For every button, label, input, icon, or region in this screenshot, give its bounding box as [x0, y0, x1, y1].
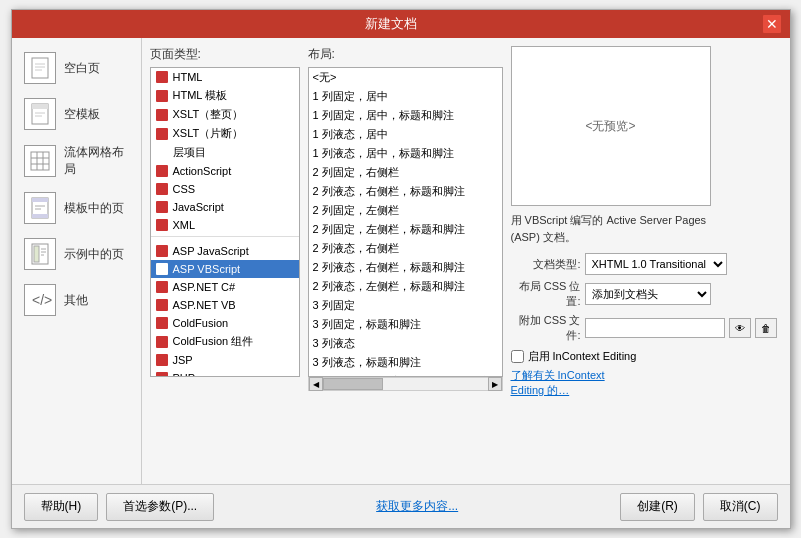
no-preview-text: <无预览>: [585, 118, 635, 135]
page-in-template-label: 模板中的页: [64, 200, 124, 217]
left-item-page-in-template[interactable]: 模板中的页: [16, 186, 137, 230]
blank-template-label: 空模板: [64, 106, 100, 123]
doc-type-select[interactable]: XHTML 1.0 Transitional: [585, 253, 727, 275]
layer-icon: [155, 146, 169, 160]
bottom-right: 创建(R) 取消(C): [620, 493, 777, 521]
list-item-css[interactable]: CSS: [151, 180, 299, 198]
xslt-full-icon: [155, 108, 169, 122]
layout-item-6[interactable]: 2 列液态，右侧栏，标题和脚注: [309, 182, 502, 201]
incontext-checkbox[interactable]: [511, 350, 524, 363]
list-item-xml[interactable]: XML: [151, 216, 299, 234]
lists-row: 页面类型: HTML HTML 模板 XSLT（整页）: [150, 46, 782, 476]
layout-item-none[interactable]: <无>: [309, 68, 502, 87]
left-item-blank-template[interactable]: 空模板: [16, 92, 137, 136]
dialog-body: 空白页 空模板: [12, 38, 790, 484]
layout-label: 布局:: [308, 46, 503, 63]
cancel-button[interactable]: 取消(C): [703, 493, 778, 521]
layout-item-5[interactable]: 2 列固定，右侧栏: [309, 163, 502, 182]
dialog-title: 新建文档: [20, 15, 762, 33]
css-icon: [155, 182, 169, 196]
list-item-asp-js[interactable]: ASP JavaScript: [151, 242, 299, 260]
jsp-icon: [155, 353, 169, 367]
left-item-page-in-example[interactable]: 示例中的页: [16, 232, 137, 276]
layout-item-1[interactable]: 1 列固定，居中: [309, 87, 502, 106]
layout-item-15[interactable]: 3 列液态，标题和脚注: [309, 353, 502, 372]
options-section: 文档类型: XHTML 1.0 Transitional 布局 CSS 位置: …: [511, 253, 711, 343]
list-item-php[interactable]: PHP: [151, 369, 299, 377]
layout-section: 布局: <无> 1 列固定，居中 1 列固定，居中，标题和脚注 1 列液态，居中: [308, 46, 503, 476]
fluid-grid-icon: [24, 145, 56, 177]
css-eye-button[interactable]: 👁: [729, 318, 751, 338]
blank-template-icon: [24, 98, 56, 130]
layout-scrollbar[interactable]: ◀ ▶: [308, 377, 503, 391]
css-trash-button[interactable]: 🗑: [755, 318, 777, 338]
page-in-example-icon: [24, 238, 56, 270]
list-item-layer-item[interactable]: 层项目: [151, 143, 299, 162]
left-item-blank-page[interactable]: 空白页: [16, 46, 137, 90]
create-button[interactable]: 创建(R): [620, 493, 695, 521]
separator: [151, 236, 299, 240]
svg-rect-19: [34, 246, 39, 262]
actionscript-icon: [155, 164, 169, 178]
list-item-asp-net-vb[interactable]: ASP.NET VB: [151, 296, 299, 314]
get-more-link[interactable]: 获取更多内容...: [376, 499, 458, 513]
layout-item-9[interactable]: 2 列液态，右侧栏: [309, 239, 502, 258]
preview-box: <无预览>: [511, 46, 711, 206]
fluid-grid-label: 流体网格布局: [64, 144, 129, 178]
left-item-other[interactable]: </> 其他: [16, 278, 137, 322]
scroll-right[interactable]: ▶: [488, 377, 502, 391]
xml-icon: [155, 218, 169, 232]
layout-item-4[interactable]: 1 列液态，居中，标题和脚注: [309, 144, 502, 163]
layout-item-10[interactable]: 2 列液态，右侧栏，标题和脚注: [309, 258, 502, 277]
list-item-asp-vbs[interactable]: ASP VBScript: [151, 260, 299, 278]
bottom-left: 帮助(H) 首选参数(P)...: [24, 493, 215, 521]
asp-js-icon: [155, 244, 169, 258]
layout-item-13[interactable]: 3 列固定，标题和脚注: [309, 315, 502, 334]
list-item-asp-net-cs[interactable]: ASP.NET C#: [151, 278, 299, 296]
list-item-actionscript[interactable]: ActionScript: [151, 162, 299, 180]
help-button[interactable]: 帮助(H): [24, 493, 99, 521]
svg-rect-8: [31, 152, 49, 170]
list-item-html-template[interactable]: HTML 模板: [151, 86, 299, 105]
prefs-button[interactable]: 首选参数(P)...: [106, 493, 214, 521]
page-type-list[interactable]: HTML HTML 模板 XSLT（整页） XSLT（片断）: [150, 67, 300, 377]
list-item-cf-component[interactable]: ColdFusion 组件: [151, 332, 299, 351]
layout-item-2[interactable]: 1 列固定，居中，标题和脚注: [309, 106, 502, 125]
layout-css-label: 布局 CSS 位置:: [511, 279, 581, 309]
layout-item-3[interactable]: 1 列液态，居中: [309, 125, 502, 144]
svg-rect-15: [32, 214, 48, 218]
layout-item-8[interactable]: 2 列固定，左侧栏，标题和脚注: [309, 220, 502, 239]
bottom-bar: 帮助(H) 首选参数(P)... 获取更多内容... 创建(R) 取消(C): [12, 484, 790, 528]
layout-item-14[interactable]: 3 列液态: [309, 334, 502, 353]
svg-text:</>: </>: [32, 292, 52, 308]
preview-panel: <无预览> 用 VBScript 编写的 Active Server Pages…: [511, 46, 711, 476]
layout-item-7[interactable]: 2 列固定，左侧栏: [309, 201, 502, 220]
scroll-left[interactable]: ◀: [309, 377, 323, 391]
list-item-xslt-frag[interactable]: XSLT（片断）: [151, 124, 299, 143]
list-item-html[interactable]: HTML: [151, 68, 299, 86]
incontext-link[interactable]: 了解有关 InContextEditing 的…: [511, 368, 711, 398]
list-item-xslt-full[interactable]: XSLT（整页）: [151, 105, 299, 124]
title-bar: 新建文档 ✕: [12, 10, 790, 38]
layout-item-12[interactable]: 3 列固定: [309, 296, 502, 315]
other-icon: </>: [24, 284, 56, 316]
list-item-javascript[interactable]: JavaScript: [151, 198, 299, 216]
layout-css-row: 布局 CSS 位置: 添加到文档头: [511, 279, 711, 309]
close-button[interactable]: ✕: [762, 14, 782, 34]
asp-net-vb-icon: [155, 298, 169, 312]
layout-css-select[interactable]: 添加到文档头: [585, 283, 711, 305]
blank-page-label: 空白页: [64, 60, 100, 77]
scroll-thumb[interactable]: [323, 378, 383, 390]
svg-rect-14: [32, 198, 48, 202]
html-icon: [155, 70, 169, 84]
attach-css-row: 附加 CSS 文件: 👁 🗑: [511, 313, 711, 343]
layout-item-11[interactable]: 2 列液态，左侧栏，标题和脚注: [309, 277, 502, 296]
layout-list[interactable]: <无> 1 列固定，居中 1 列固定，居中，标题和脚注 1 列液态，居中 1 列: [308, 67, 503, 377]
scroll-track[interactable]: [323, 378, 488, 390]
list-item-coldfusion[interactable]: ColdFusion: [151, 314, 299, 332]
left-item-fluid-grid[interactable]: 流体网格布局: [16, 138, 137, 184]
list-item-jsp[interactable]: JSP: [151, 351, 299, 369]
css-file-input[interactable]: [585, 318, 725, 338]
blank-page-icon: [24, 52, 56, 84]
bottom-center: 获取更多内容...: [214, 498, 620, 515]
